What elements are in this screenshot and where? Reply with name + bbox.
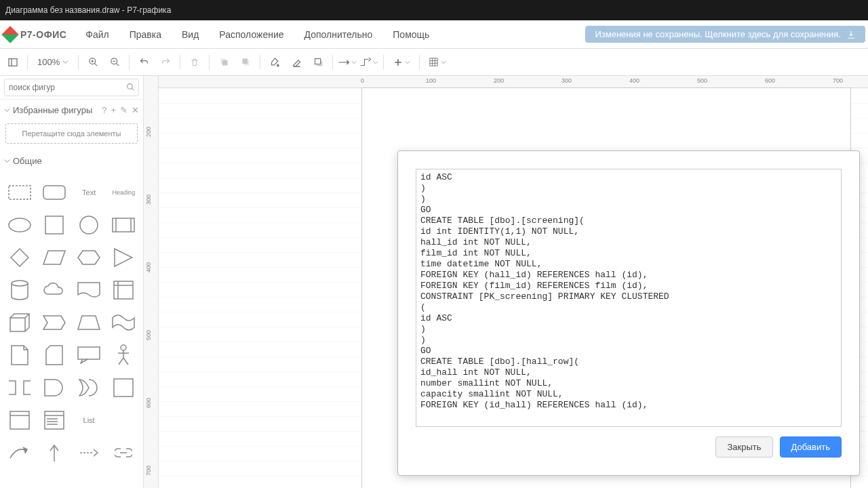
svg-line-3: [94, 63, 97, 66]
chevron-down-icon: [351, 60, 357, 65]
connection-button[interactable]: [337, 52, 357, 73]
shape-cylinder[interactable]: [4, 276, 35, 304]
close-icon[interactable]: ✕: [132, 105, 139, 115]
shape-rounded-rect[interactable]: [39, 178, 69, 207]
shape-or[interactable]: [74, 373, 104, 402]
search-shapes-input[interactable]: [4, 79, 139, 96]
zoom-select[interactable]: 100%: [32, 57, 74, 67]
svg-rect-46: [45, 411, 64, 429]
svg-rect-0: [9, 58, 17, 66]
app-logo[interactable]: Р7-ОФИС: [4, 28, 66, 41]
waypoint-button[interactable]: [359, 52, 379, 73]
edit-icon[interactable]: ✎: [120, 105, 127, 115]
shape-container[interactable]: [4, 406, 35, 434]
undo-button[interactable]: [134, 52, 154, 73]
save-icon: [846, 30, 856, 39]
svg-line-41: [119, 358, 123, 365]
shape-arrow-up[interactable]: [39, 439, 69, 467]
shape-callout[interactable]: [74, 341, 104, 369]
menu-help[interactable]: Помощь: [383, 25, 439, 44]
shape-datastore[interactable]: [108, 373, 139, 402]
svg-point-33: [12, 281, 28, 286]
table-button[interactable]: [424, 52, 451, 73]
to-back-button[interactable]: [235, 52, 256, 73]
fill-color-button[interactable]: [264, 52, 285, 73]
svg-rect-25: [9, 186, 31, 199]
general-header[interactable]: Общие: [0, 150, 143, 171]
svg-rect-18: [430, 58, 437, 66]
shadow-button[interactable]: [308, 52, 328, 73]
zoom-in-button[interactable]: [83, 52, 103, 73]
favorites-drop-zone[interactable]: Перетащите сюда элементы: [5, 123, 138, 144]
vertical-ruler: 200 300 400 500 600 700: [144, 76, 159, 488]
svg-rect-14: [315, 59, 320, 64]
shape-hexagon[interactable]: [74, 243, 104, 272]
shape-rect-dashed[interactable]: [4, 178, 35, 207]
shape-internal-storage[interactable]: [108, 276, 139, 304]
chevron-down-icon: [4, 107, 10, 113]
shape-trapezoid[interactable]: [74, 308, 104, 337]
svg-rect-34: [114, 281, 133, 299]
svg-point-29: [80, 216, 98, 234]
horizontal-ruler: 0 100 200 300 400 500 600 700: [159, 76, 868, 88]
line-color-button[interactable]: [286, 52, 307, 73]
shape-circle[interactable]: [74, 211, 104, 239]
svg-rect-43: [114, 379, 133, 396]
shape-parallelogram[interactable]: [39, 243, 69, 272]
redo-button[interactable]: [155, 52, 176, 73]
shapes-palette: Text Heading: [4, 178, 139, 467]
shape-list-icon[interactable]: [39, 406, 69, 434]
menu-bar: Р7-ОФИС Файл Правка Вид Расположение Доп…: [0, 20, 868, 49]
shape-text[interactable]: Text: [74, 178, 104, 207]
chevron-down-icon: [405, 60, 410, 65]
chevron-down-icon: [373, 60, 378, 65]
unsaved-banner[interactable]: Изменения не сохранены. Щелкните здесь д…: [585, 26, 865, 43]
menu-extra[interactable]: Дополнительно: [295, 25, 382, 44]
shape-cube[interactable]: [4, 308, 35, 337]
add-button[interactable]: [388, 52, 415, 73]
svg-rect-12: [242, 59, 248, 64]
shape-document[interactable]: [74, 276, 104, 304]
shape-square[interactable]: [39, 211, 69, 239]
svg-rect-37: [78, 347, 100, 359]
close-button[interactable]: Закрыть: [715, 436, 772, 458]
shape-and[interactable]: [39, 373, 69, 402]
search-icon[interactable]: [126, 83, 135, 94]
sidebar-toggle-button[interactable]: [3, 52, 23, 73]
menu-view[interactable]: Вид: [172, 25, 208, 44]
menu-file[interactable]: Файл: [76, 25, 118, 44]
shape-diamond[interactable]: [4, 243, 35, 272]
title-bar: Диаграмма без названия.draw - Р7-графика: [0, 0, 868, 20]
svg-rect-44: [10, 411, 29, 429]
shape-process[interactable]: [108, 211, 139, 239]
add-sql-button[interactable]: Добавить: [780, 436, 842, 458]
shape-step[interactable]: [39, 308, 69, 337]
shape-list[interactable]: List: [74, 406, 104, 434]
shape-arrow-curve[interactable]: [4, 439, 35, 467]
chevron-down-icon: [441, 60, 446, 65]
to-front-button[interactable]: [214, 52, 234, 73]
menu-edit[interactable]: Правка: [120, 25, 171, 44]
toolbar: 100%: [0, 49, 868, 76]
svg-line-24: [132, 88, 134, 90]
shape-actor[interactable]: [108, 341, 139, 369]
help-icon[interactable]: ?: [102, 105, 106, 115]
favorites-header[interactable]: Избранные фигуры ? + ✎ ✕: [0, 100, 143, 121]
menu-arrange[interactable]: Расположение: [210, 25, 293, 44]
shape-triangle[interactable]: [108, 243, 139, 272]
delete-button[interactable]: [184, 52, 205, 73]
sql-textarea[interactable]: [416, 169, 842, 427]
zoom-out-button[interactable]: [104, 52, 125, 73]
shape-link[interactable]: [108, 439, 139, 467]
shape-tape[interactable]: [108, 308, 139, 337]
logo-icon: [1, 26, 18, 43]
svg-point-38: [121, 345, 126, 350]
shape-note[interactable]: [4, 341, 35, 369]
shape-card[interactable]: [39, 341, 69, 369]
shape-arrow-dashed[interactable]: [74, 439, 104, 467]
shape-heading[interactable]: Heading: [108, 178, 139, 207]
plus-icon[interactable]: +: [111, 105, 116, 115]
shape-cloud[interactable]: [39, 276, 69, 304]
shape-curly[interactable]: [4, 373, 35, 402]
shape-ellipse[interactable]: [4, 211, 35, 239]
